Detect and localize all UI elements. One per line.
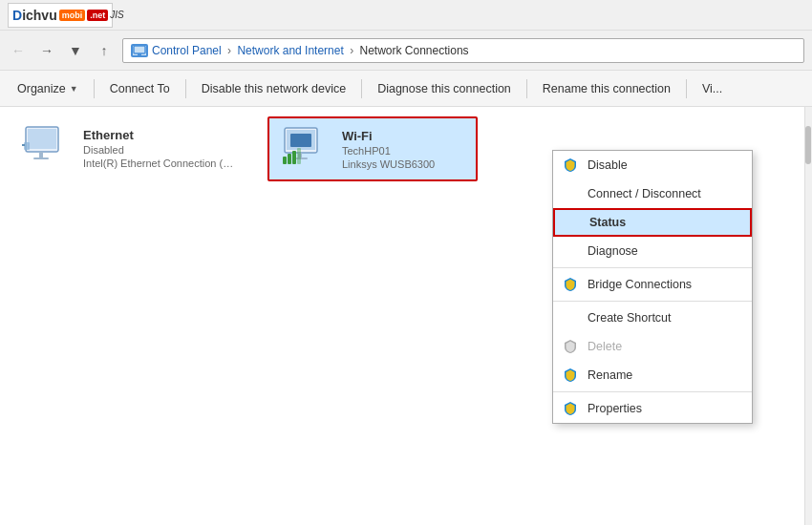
connect-to-button[interactable]: Connect To bbox=[100, 75, 180, 102]
svg-rect-1 bbox=[138, 53, 141, 55]
ctx-shortcut[interactable]: Create Shortcut bbox=[553, 304, 752, 332]
ctx-sep-1 bbox=[553, 267, 752, 268]
address-field[interactable]: Control Panel › Network and Internet › N… bbox=[122, 38, 804, 63]
toolbar-separator-2 bbox=[185, 79, 186, 98]
svg-rect-2 bbox=[136, 55, 143, 56]
forward-button[interactable]: → bbox=[36, 40, 57, 61]
ctx-diagnose[interactable]: Diagnose bbox=[553, 237, 752, 265]
toolbar-separator-3 bbox=[361, 79, 362, 98]
wifi-adapter: Linksys WUSB6300 bbox=[342, 158, 435, 170]
svg-rect-5 bbox=[39, 152, 43, 158]
svg-rect-0 bbox=[134, 46, 145, 53]
title-bar: Dichvu mobi .net JIS bbox=[0, 0, 812, 31]
logo-jis: JIS bbox=[110, 10, 123, 20]
context-menu: Disable Connect / Disconnect Status Diag… bbox=[552, 150, 753, 424]
ctx-bridge[interactable]: Bridge Connections bbox=[553, 270, 752, 299]
address-icon bbox=[131, 44, 148, 57]
rename-button[interactable]: Rename this connection bbox=[533, 75, 680, 102]
ethernet-adapter: Intel(R) Ethernet Connection (12) I... bbox=[83, 158, 236, 169]
shield-icon-properties bbox=[561, 399, 580, 418]
svg-rect-15 bbox=[288, 154, 291, 164]
address-path: Control Panel › Network and Internet › N… bbox=[152, 44, 469, 57]
ctx-disable-label: Disable bbox=[588, 158, 628, 172]
wifi-item[interactable]: Wi-Fi TechHP01 Linksys WUSB6300 bbox=[267, 116, 478, 181]
ctx-sep-3 bbox=[553, 391, 752, 392]
svg-rect-17 bbox=[297, 148, 301, 164]
logo-mobi: mobi bbox=[59, 10, 86, 21]
ethernet-info: Ethernet Disabled Intel(R) Ethernet Conn… bbox=[83, 128, 236, 169]
shield-icon-disable bbox=[561, 156, 580, 175]
address-control-panel[interactable]: Control Panel bbox=[152, 44, 222, 57]
up-button[interactable]: ↑ bbox=[94, 40, 115, 61]
svg-rect-11 bbox=[290, 134, 311, 147]
wifi-info: Wi-Fi TechHP01 Linksys WUSB6300 bbox=[342, 129, 435, 170]
ctx-rename-label: Rename bbox=[588, 368, 632, 382]
shield-icon-bridge bbox=[561, 275, 580, 294]
ctx-status[interactable]: Status bbox=[553, 208, 752, 237]
address-bar: ← → ▼ ↑ Control Panel › Network and Inte… bbox=[0, 31, 812, 71]
back-button[interactable]: ← bbox=[8, 40, 29, 61]
disable-button[interactable]: Disable this network device bbox=[192, 75, 355, 102]
ctx-properties[interactable]: Properties bbox=[553, 394, 752, 423]
ethernet-item[interactable]: Ethernet Disabled Intel(R) Ethernet Conn… bbox=[10, 116, 248, 179]
ethernet-name: Ethernet bbox=[83, 128, 236, 142]
logo: Dichvu mobi .net JIS bbox=[8, 3, 113, 28]
organize-button[interactable]: Organize ▼ bbox=[8, 75, 88, 102]
toolbar-separator-4 bbox=[526, 79, 527, 98]
ctx-properties-label: Properties bbox=[588, 402, 642, 415]
ctx-diagnose-label: Diagnose bbox=[588, 244, 638, 258]
ethernet-status: Disabled bbox=[83, 144, 236, 156]
toolbar-separator-5 bbox=[686, 79, 687, 98]
svg-rect-8 bbox=[22, 144, 25, 146]
wifi-icon bbox=[281, 126, 332, 172]
ctx-disable[interactable]: Disable bbox=[553, 151, 752, 179]
organize-chevron: ▼ bbox=[70, 84, 78, 94]
scrollbar[interactable] bbox=[804, 107, 812, 525]
view-button[interactable]: Vi... bbox=[693, 75, 732, 102]
address-network-internet[interactable]: Network and Internet bbox=[237, 44, 343, 57]
main-content: Ethernet Disabled Intel(R) Ethernet Conn… bbox=[0, 107, 812, 525]
wifi-ssid: TechHP01 bbox=[342, 145, 435, 157]
dropdown-button[interactable]: ▼ bbox=[65, 40, 86, 61]
ctx-sep-2 bbox=[553, 301, 752, 302]
toolbar: Organize ▼ Connect To Disable this netwo… bbox=[0, 71, 812, 107]
shield-icon-rename bbox=[561, 366, 580, 385]
ctx-status-label: Status bbox=[589, 216, 626, 229]
toolbar-separator-1 bbox=[94, 79, 95, 98]
ctx-rename[interactable]: Rename bbox=[553, 361, 752, 389]
ctx-delete-label: Delete bbox=[588, 340, 622, 353]
logo-net: .net bbox=[87, 10, 108, 21]
ctx-connect-disconnect-label: Connect / Disconnect bbox=[588, 187, 701, 200]
svg-rect-16 bbox=[292, 151, 296, 164]
diagnose-button[interactable]: Diagnose this connection bbox=[368, 75, 521, 102]
address-network-connections: Network Connections bbox=[360, 44, 469, 57]
shield-icon-delete bbox=[561, 337, 580, 356]
scroll-thumb[interactable] bbox=[805, 126, 811, 164]
svg-rect-14 bbox=[283, 157, 287, 164]
logo-text: Dichvu bbox=[12, 8, 57, 23]
ctx-bridge-label: Bridge Connections bbox=[588, 278, 692, 291]
ctx-shortcut-label: Create Shortcut bbox=[588, 311, 672, 325]
wifi-name: Wi-Fi bbox=[342, 129, 435, 143]
ethernet-icon bbox=[22, 125, 74, 171]
ctx-delete: Delete bbox=[553, 332, 752, 361]
svg-rect-6 bbox=[33, 158, 49, 159]
ctx-connect-disconnect[interactable]: Connect / Disconnect bbox=[553, 179, 752, 208]
svg-rect-4 bbox=[28, 129, 56, 149]
